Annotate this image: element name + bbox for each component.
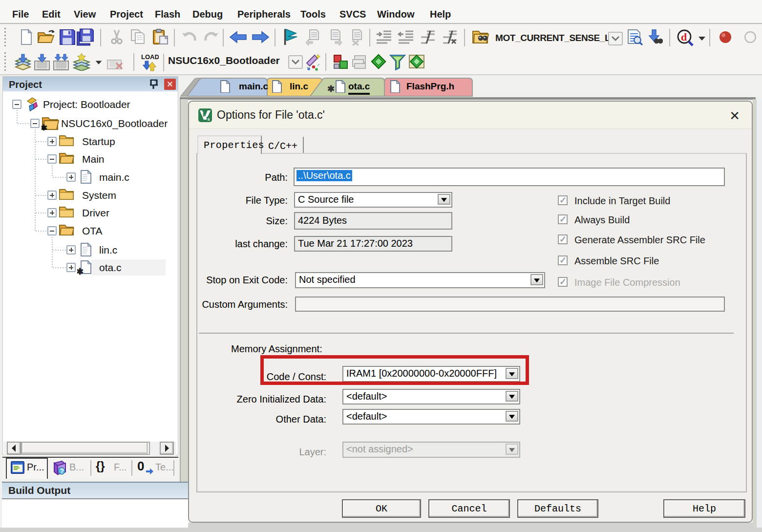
svg-text:d: d — [681, 31, 687, 43]
svg-text:LOAD: LOAD — [141, 53, 159, 61]
svg-text:?: ? — [60, 467, 64, 475]
svg-text:μ: μ — [203, 111, 206, 117]
svg-text:s: s — [208, 117, 210, 122]
svg-text:✱: ✱ — [42, 123, 47, 130]
svg-text:✱: ✱ — [77, 267, 84, 276]
